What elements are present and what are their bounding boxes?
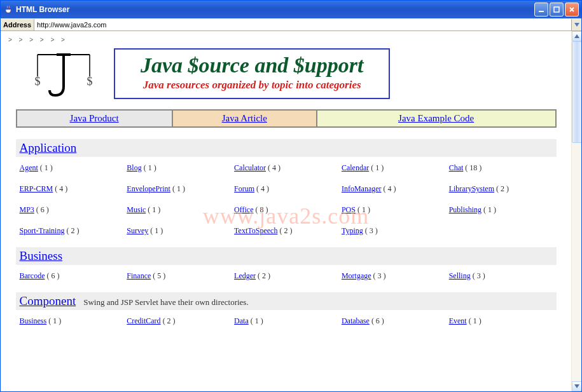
category-link[interactable]: Sport-Training	[20, 226, 65, 235]
category-link[interactable]: Database	[342, 316, 370, 325]
address-bar: Address	[1, 18, 581, 31]
scroll-down-button[interactable]	[572, 381, 582, 391]
section-title-link[interactable]: Application	[20, 141, 77, 155]
category-link[interactable]: POS	[342, 205, 356, 214]
window-buttons	[534, 3, 579, 17]
svg-text:$: $	[35, 75, 41, 88]
category-item: LibrarySystem ( 2 )	[449, 184, 553, 194]
category-count: ( 1 )	[482, 205, 496, 214]
category-link[interactable]: Publishing	[449, 205, 482, 214]
vertical-scrollbar[interactable]	[571, 31, 581, 391]
section: ComponentSwing and JSP Servlet have thei…	[16, 292, 557, 328]
category-count: ( 4 )	[266, 163, 281, 172]
category-count: ( 1 )	[38, 163, 53, 172]
category-item: Barcode ( 6 )	[20, 271, 123, 281]
category-item: Typing ( 3 )	[342, 226, 445, 236]
address-dropdown-button[interactable]	[571, 19, 581, 30]
category-item: Forum ( 4 )	[234, 184, 338, 194]
category-count: ( 8 )	[254, 205, 268, 214]
category-link[interactable]: Ledger	[234, 271, 256, 280]
category-item: CreditCard ( 2 )	[127, 316, 230, 326]
scroll-up-button[interactable]	[572, 31, 582, 41]
titlebar[interactable]: HTML Browser	[1, 1, 581, 18]
category-link[interactable]: CreditCard	[127, 316, 160, 325]
category-item: ERP-CRM ( 4 )	[20, 184, 123, 194]
category-link[interactable]: Blog	[127, 163, 141, 172]
category-count: ( 6 )	[34, 205, 49, 214]
category-count: ( 6 )	[45, 271, 59, 280]
category-link[interactable]: Data	[234, 316, 249, 325]
scroll-thumb[interactable]	[572, 41, 582, 143]
category-count: ( 18 )	[463, 163, 482, 172]
minimize-button[interactable]	[534, 3, 548, 17]
category-count: ( 4 )	[254, 184, 269, 193]
address-label: Address	[1, 19, 34, 30]
close-button[interactable]	[565, 3, 579, 17]
sections: ApplicationAgent ( 1 ) Blog ( 1 ) Calcul…	[3, 139, 569, 328]
category-item: Business ( 1 )	[20, 316, 123, 326]
category-link[interactable]: Agent	[20, 163, 38, 172]
category-link[interactable]: EnvelopePrint	[127, 184, 170, 193]
category-link[interactable]: Finance	[127, 271, 151, 280]
nav-link-product[interactable]: Java Product	[70, 113, 119, 123]
category-link[interactable]: LibrarySystem	[449, 184, 494, 193]
category-link[interactable]: Mortgage	[342, 271, 371, 280]
category-link[interactable]: Office	[234, 205, 253, 214]
category-item: InfoManager ( 4 )	[342, 184, 445, 194]
category-item: Agent ( 1 )	[20, 163, 123, 173]
category-count: ( 1 )	[467, 316, 482, 325]
section-header: Application	[16, 139, 557, 157]
section: ApplicationAgent ( 1 ) Blog ( 1 ) Calcul…	[16, 139, 557, 238]
section-header: ComponentSwing and JSP Servlet have thei…	[16, 292, 557, 310]
category-link[interactable]: InfoManager	[342, 184, 382, 193]
category-item: Calendar ( 1 )	[342, 163, 445, 173]
category-item: MP3 ( 6 )	[20, 205, 123, 215]
nav-link-article[interactable]: Java Article	[222, 113, 267, 123]
category-item: Chat ( 18 )	[449, 163, 553, 173]
category-link[interactable]: Barcode	[20, 271, 45, 280]
category-link[interactable]: Event	[449, 316, 467, 325]
content-wrap: www.java2s.com > > > > > > $ $ J	[1, 31, 581, 391]
category-item: Ledger ( 2 )	[234, 271, 338, 281]
section-note: Swing and JSP Servlet have their own dir…	[83, 297, 248, 308]
category-item: Blog ( 1 )	[127, 163, 230, 173]
category-link[interactable]: TextToSpeech	[234, 226, 277, 235]
category-link[interactable]: Typing	[342, 226, 363, 235]
category-count: ( 5 )	[151, 271, 165, 280]
banner-title: Java $ource and $upport	[141, 53, 363, 78]
category-count: ( 1 )	[369, 163, 384, 172]
category-count: ( 3 )	[363, 226, 378, 235]
scroll-track[interactable]	[572, 41, 582, 381]
category-link[interactable]: Music	[127, 205, 146, 214]
category-count: ( 1 )	[146, 205, 160, 214]
category-item: POS ( 1 )	[342, 205, 445, 215]
category-item: Music ( 1 )	[127, 205, 230, 215]
page-content: www.java2s.com > > > > > > $ $ J	[1, 31, 571, 391]
category-link[interactable]: Calendar	[342, 163, 369, 172]
category-item: Calculator ( 4 )	[234, 163, 338, 173]
category-link[interactable]: Selling	[449, 271, 471, 280]
category-count: ( 2 )	[277, 226, 292, 235]
category-link[interactable]: ERP-CRM	[20, 184, 53, 193]
nav-link-example[interactable]: Java Example Code	[398, 113, 474, 123]
category-link[interactable]: Forum	[234, 184, 254, 193]
section-title-link[interactable]: Component	[20, 294, 76, 308]
category-count: ( 1 )	[148, 226, 163, 235]
breadcrumb: > > > > > >	[3, 35, 569, 48]
address-input[interactable]	[34, 19, 571, 30]
category-item: Survey ( 1 )	[127, 226, 230, 236]
category-item: Data ( 1 )	[234, 316, 338, 326]
category-count: ( 1 )	[142, 163, 156, 172]
site-logo: $ $	[29, 48, 99, 99]
category-link[interactable]: Calculator	[234, 163, 266, 172]
category-count: ( 4 )	[53, 184, 67, 193]
category-link[interactable]: MP3	[20, 205, 34, 214]
java-cup-icon	[3, 4, 13, 15]
category-link[interactable]: Survey	[127, 226, 148, 235]
category-link[interactable]: Business	[20, 316, 47, 325]
category-link[interactable]: Chat	[449, 163, 464, 172]
maximize-button[interactable]	[550, 3, 564, 17]
category-count: ( 1 )	[356, 205, 370, 214]
section-title-link[interactable]: Business	[20, 249, 63, 263]
category-count: ( 1 )	[249, 316, 263, 325]
